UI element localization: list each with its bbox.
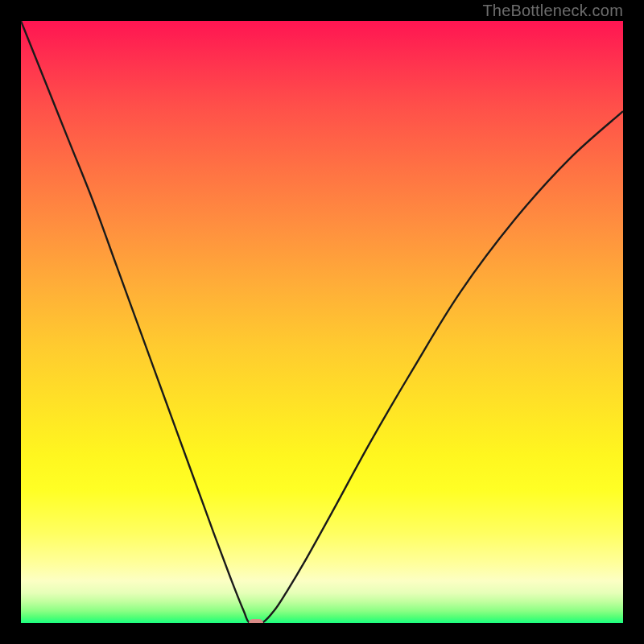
chart-frame: TheBottleneck.com xyxy=(0,0,644,644)
watermark-text: TheBottleneck.com xyxy=(482,2,623,20)
curve-svg xyxy=(21,21,623,623)
plot-area xyxy=(21,21,623,623)
bottleneck-curve xyxy=(21,21,623,623)
min-marker xyxy=(249,619,263,623)
